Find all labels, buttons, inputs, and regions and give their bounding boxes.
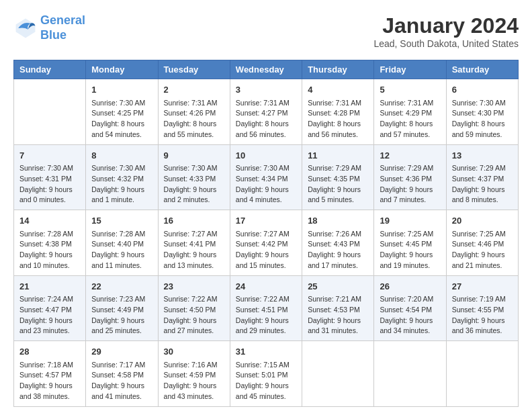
day-info: and 45 minutes. [236, 392, 296, 402]
calendar-week-4: 21Sunrise: 7:24 AMSunset: 4:47 PMDayligh… [14, 275, 519, 341]
calendar-cell: 17Sunrise: 7:27 AMSunset: 4:42 PMDayligh… [230, 210, 302, 276]
calendar-cell: 30Sunrise: 7:16 AMSunset: 4:59 PMDayligh… [158, 341, 230, 407]
day-info: and 21 minutes. [452, 261, 513, 271]
day-info: Sunrise: 7:30 AM [19, 163, 80, 174]
day-info: Sunset: 4:33 PM [164, 174, 224, 185]
day-info: Sunset: 4:58 PM [91, 370, 152, 381]
day-info: Daylight: 9 hours [380, 316, 440, 326]
day-info: Sunset: 4:47 PM [19, 305, 80, 316]
day-number: 14 [19, 214, 80, 228]
day-info: and 0 minutes. [19, 195, 80, 205]
day-info: Daylight: 9 hours [19, 381, 80, 392]
day-info: Sunset: 4:29 PM [380, 108, 440, 119]
calendar-cell: 31Sunrise: 7:15 AMSunset: 5:01 PMDayligh… [230, 341, 302, 407]
day-info: and 1 minute. [91, 195, 152, 205]
day-info: and 11 minutes. [91, 261, 152, 271]
day-info: Sunrise: 7:19 AM [452, 294, 513, 305]
weekday-header-friday: Friday [374, 60, 446, 79]
calendar-week-5: 28Sunrise: 7:18 AMSunset: 4:57 PMDayligh… [14, 341, 519, 407]
day-info: Daylight: 9 hours [236, 381, 296, 392]
day-number: 6 [452, 83, 513, 97]
day-info: Sunrise: 7:25 AM [452, 229, 513, 240]
day-info: Sunrise: 7:24 AM [19, 294, 80, 305]
day-number: 12 [380, 149, 440, 163]
day-info: Sunrise: 7:29 AM [380, 163, 440, 174]
day-info: Daylight: 8 hours [91, 119, 152, 130]
day-info: and 31 minutes. [308, 326, 368, 336]
calendar-header: SundayMondayTuesdayWednesdayThursdayFrid… [14, 60, 519, 79]
day-info: Daylight: 9 hours [91, 381, 152, 392]
calendar-cell: 25Sunrise: 7:21 AMSunset: 4:53 PMDayligh… [302, 275, 374, 341]
day-number: 7 [19, 149, 80, 163]
day-number: 25 [308, 280, 368, 293]
day-info: Sunset: 4:55 PM [452, 305, 513, 316]
day-number: 31 [236, 345, 296, 359]
weekday-header-saturday: Saturday [446, 60, 518, 79]
weekday-header-tuesday: Tuesday [158, 60, 230, 79]
calendar-cell [374, 341, 446, 407]
day-number: 16 [164, 214, 224, 228]
day-info: Daylight: 8 hours [452, 119, 513, 130]
day-info: Daylight: 9 hours [164, 316, 224, 326]
calendar-cell: 23Sunrise: 7:22 AMSunset: 4:50 PMDayligh… [158, 275, 230, 341]
day-info: and 2 minutes. [164, 195, 224, 205]
day-info: Sunrise: 7:15 AM [236, 360, 296, 371]
calendar-cell: 26Sunrise: 7:20 AMSunset: 4:54 PMDayligh… [374, 275, 446, 341]
day-info: Sunrise: 7:18 AM [19, 360, 80, 371]
calendar-cell: 1Sunrise: 7:30 AMSunset: 4:25 PMDaylight… [86, 79, 158, 145]
day-info: Daylight: 9 hours [164, 185, 224, 195]
day-info: Sunrise: 7:31 AM [380, 98, 440, 109]
day-number: 19 [380, 214, 440, 228]
day-info: Sunset: 4:43 PM [308, 239, 368, 250]
day-info: Sunrise: 7:27 AM [164, 229, 224, 240]
day-info: Sunset: 4:26 PM [164, 108, 224, 119]
day-number: 5 [380, 83, 440, 97]
day-number: 26 [380, 280, 440, 293]
day-info: Sunrise: 7:16 AM [164, 360, 224, 371]
day-info: and 57 minutes. [380, 130, 440, 140]
day-number: 11 [308, 149, 368, 163]
day-number: 29 [91, 345, 152, 359]
calendar-cell: 13Sunrise: 7:29 AMSunset: 4:37 PMDayligh… [446, 144, 518, 210]
calendar-cell [446, 341, 518, 407]
day-number: 8 [91, 149, 152, 163]
day-info: Sunrise: 7:25 AM [380, 229, 440, 240]
day-info: Sunrise: 7:28 AM [91, 229, 152, 240]
calendar-cell: 9Sunrise: 7:30 AMSunset: 4:33 PMDaylight… [158, 144, 230, 210]
day-info: Sunset: 4:25 PM [91, 108, 152, 119]
day-number: 17 [236, 214, 296, 228]
location: Lead, South Dakota, United States [373, 38, 519, 49]
day-info: Sunset: 4:50 PM [164, 305, 224, 316]
day-number: 23 [164, 280, 224, 293]
calendar-cell: 11Sunrise: 7:29 AMSunset: 4:35 PMDayligh… [302, 144, 374, 210]
calendar-cell: 29Sunrise: 7:17 AMSunset: 4:58 PMDayligh… [86, 341, 158, 407]
day-number: 20 [452, 214, 513, 228]
calendar-body: 1Sunrise: 7:30 AMSunset: 4:25 PMDaylight… [14, 79, 519, 407]
day-info: Sunset: 4:40 PM [91, 239, 152, 250]
day-info: Sunset: 4:41 PM [164, 239, 224, 250]
day-number: 21 [19, 280, 80, 293]
calendar-cell: 15Sunrise: 7:28 AMSunset: 4:40 PMDayligh… [86, 210, 158, 276]
day-info: and 7 minutes. [380, 195, 440, 205]
day-info: Daylight: 9 hours [164, 250, 224, 261]
day-info: Daylight: 9 hours [236, 185, 296, 195]
day-info: and 59 minutes. [452, 130, 513, 140]
day-info: Daylight: 9 hours [380, 250, 440, 261]
weekday-header-thursday: Thursday [302, 60, 374, 79]
day-info: Daylight: 9 hours [452, 316, 513, 326]
day-info: Sunrise: 7:31 AM [236, 98, 296, 109]
day-info: Sunset: 4:54 PM [380, 305, 440, 316]
day-info: Daylight: 8 hours [236, 119, 296, 130]
weekday-header-wednesday: Wednesday [230, 60, 302, 79]
day-number: 10 [236, 149, 296, 163]
calendar-cell: 10Sunrise: 7:30 AMSunset: 4:34 PMDayligh… [230, 144, 302, 210]
weekday-header-monday: Monday [86, 60, 158, 79]
day-info: Sunrise: 7:17 AM [91, 360, 152, 371]
day-number: 28 [19, 345, 80, 359]
day-info: Sunrise: 7:29 AM [308, 163, 368, 174]
day-info: and 56 minutes. [308, 130, 368, 140]
day-number: 3 [236, 83, 296, 97]
day-info: and 25 minutes. [91, 326, 152, 336]
day-info: and 5 minutes. [308, 195, 368, 205]
calendar-cell: 28Sunrise: 7:18 AMSunset: 4:57 PMDayligh… [14, 341, 86, 407]
